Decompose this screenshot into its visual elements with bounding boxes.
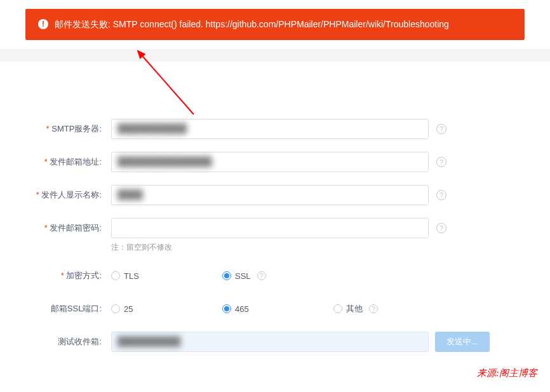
radio-label: 其他 xyxy=(346,303,363,314)
label-port: 邮箱SSL端口: xyxy=(0,303,111,314)
label-sender-addr: 发件邮箱地址: xyxy=(0,156,111,168)
radio-port-25[interactable]: 25 xyxy=(111,304,222,314)
radio-circle xyxy=(222,271,231,280)
input-test-recipient[interactable] xyxy=(111,332,429,352)
radio-circle xyxy=(222,304,231,313)
help-icon[interactable]: ? xyxy=(436,190,446,200)
radio-circle xyxy=(111,304,120,313)
radio-port-465[interactable]: 465 xyxy=(222,304,333,314)
radio-circle xyxy=(111,271,120,280)
row-sender-pass: 发件邮箱密码: ? xyxy=(0,218,550,238)
label-smtp-server: SMTP服务器: xyxy=(0,123,111,135)
row-smtp-server: SMTP服务器: ███████████ ? xyxy=(0,119,550,139)
help-icon[interactable]: ? xyxy=(257,271,266,280)
label-sender-name: 发件人显示名称: xyxy=(0,189,111,201)
divider-strip xyxy=(0,49,550,62)
hint-sender-pass: 注：留空则不修改 xyxy=(111,242,550,253)
label-test: 测试收件箱: xyxy=(0,336,111,348)
label-encrypt: 加密方式: xyxy=(0,270,111,281)
row-port: 邮箱SSL端口: 25 465 其他 ? xyxy=(0,299,550,319)
label-sender-pass: 发件邮箱密码: xyxy=(0,222,111,234)
form-area: SMTP服务器: ███████████ ? 发件邮箱地址: █████████… xyxy=(0,100,550,377)
help-icon[interactable]: ? xyxy=(436,157,446,167)
radio-encrypt-tls[interactable]: TLS xyxy=(111,271,222,281)
send-test-button[interactable]: 发送中... xyxy=(435,332,490,352)
row-test: 测试收件箱: ██████████ 发送中... xyxy=(0,332,550,352)
radio-label: 25 xyxy=(124,304,133,314)
error-banner: ! 邮件发送失败: SMTP connect() failed. https:/… xyxy=(25,9,525,40)
help-icon[interactable]: ? xyxy=(436,124,446,134)
radio-label: 465 xyxy=(235,304,249,314)
radio-circle xyxy=(333,304,342,313)
row-encrypt: 加密方式: TLS SSL ? xyxy=(0,266,550,286)
radio-port-other[interactable]: 其他 ? xyxy=(333,303,378,314)
alert-icon: ! xyxy=(38,19,48,29)
help-icon[interactable]: ? xyxy=(369,304,378,313)
radio-label: SSL xyxy=(235,271,251,281)
watermark: 来源:阁主博客 xyxy=(477,367,537,379)
input-sender-pass[interactable] xyxy=(111,218,429,238)
row-sender-addr: 发件邮箱地址: ███████████████ ? xyxy=(0,152,550,172)
error-message: 邮件发送失败: SMTP connect() failed. https://g… xyxy=(55,18,449,31)
input-smtp-server[interactable] xyxy=(111,119,429,139)
help-icon[interactable]: ? xyxy=(436,223,446,233)
row-sender-name: 发件人显示名称: ████ ? xyxy=(0,185,550,205)
input-sender-name[interactable] xyxy=(111,185,429,205)
spacer xyxy=(0,62,550,100)
radio-label: TLS xyxy=(124,271,139,281)
radio-encrypt-ssl[interactable]: SSL ? xyxy=(222,271,333,281)
radio-group-port: 25 465 其他 ? xyxy=(111,303,378,314)
radio-group-encrypt: TLS SSL ? xyxy=(111,271,333,281)
input-sender-addr[interactable] xyxy=(111,152,429,172)
